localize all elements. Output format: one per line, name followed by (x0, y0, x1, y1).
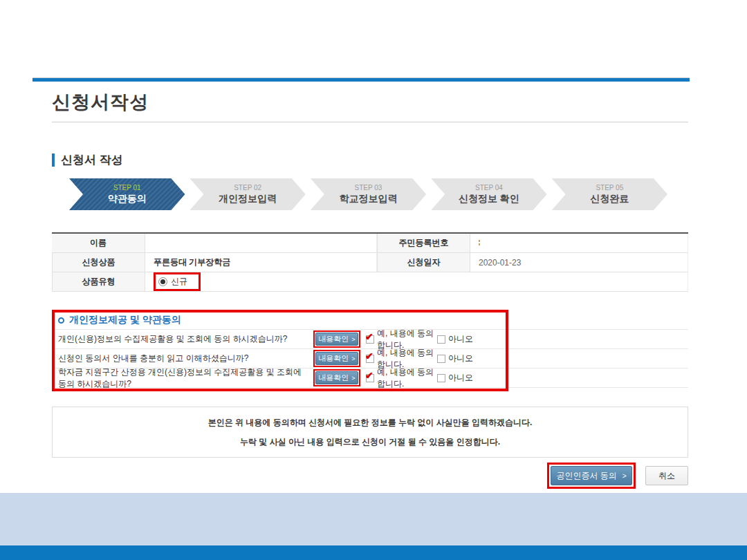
view-terms-button[interactable]: 내용확인 > (315, 352, 358, 365)
agreement-question: 학자금 지원구간 산정용 개인(신용)정보의 수집제공활용 및 조회에 동의 하… (58, 366, 311, 390)
disagree-checkbox-group[interactable]: 아니오 (437, 333, 473, 345)
agree-label: 예, 내용에 동의합니다. (377, 366, 437, 390)
button-label: 내용확인 (318, 334, 349, 344)
check-icon: ✔ (365, 331, 374, 342)
resident-number-label: 주민등록번호 (377, 234, 470, 253)
disagree-checkbox-group[interactable]: 아니오 (437, 372, 473, 384)
title-underline (52, 122, 688, 122)
agree-checkbox[interactable]: ✔ (366, 355, 374, 363)
step-2-personal-info: STEP 02 개인정보입력 (190, 178, 305, 210)
step-label: 약관동의 (108, 193, 147, 205)
resident-number-value (470, 234, 688, 253)
step-number: STEP 04 (475, 184, 503, 193)
radio-label: 신규 (171, 276, 187, 288)
agreement-question: 개인(신용)정보의 수집제공활용 및 조회에 동의 하시겠습니까? (58, 333, 311, 345)
annotation-box-submit: 공인인증서 동의 > (547, 463, 636, 489)
check-icon: ✔ (365, 370, 374, 381)
agree-checkbox-group[interactable]: ✔ 예, 내용에 동의합니다. (366, 366, 437, 390)
action-buttons: 공인인증서 동의 > 취소 (52, 463, 688, 489)
step-label: 신청완료 (590, 193, 629, 205)
page-title: 신청서작성 (52, 90, 149, 115)
section-header: 신청서 작성 (52, 152, 123, 168)
agreement-row: 학자금 지원구간 산정용 개인(신용)정보의 수집제공활용 및 조회에 동의 하… (52, 368, 688, 388)
header-divider (33, 77, 690, 82)
masked-value (479, 240, 480, 247)
disagree-checkbox[interactable] (437, 374, 445, 382)
step-indicator: STEP 01 약관동의 STEP 02 개인정보입력 STEP 03 학교정보… (69, 178, 667, 210)
section-accent-bar (52, 153, 55, 167)
apply-date-value: 2020-01-23 (470, 253, 688, 272)
step-3-school-info: STEP 03 학교정보입력 (311, 178, 426, 210)
disagree-label: 아니오 (448, 372, 473, 384)
disagree-checkbox[interactable] (437, 335, 445, 344)
agree-checkbox[interactable]: ✔ (366, 374, 374, 382)
view-terms-button[interactable]: 내용확인 > (315, 333, 358, 346)
footer-band (0, 493, 747, 545)
notice-line: 본인은 위 내용에 동의하며 신청서에 필요한 정보를 누락 없이 사실만을 입… (208, 417, 533, 429)
step-number: STEP 01 (113, 184, 141, 193)
view-terms-button[interactable]: 내용확인 > (315, 371, 358, 384)
disagree-label: 아니오 (448, 333, 473, 345)
step-label: 신청정보 확인 (459, 193, 519, 205)
annotation-box-confirm: 내용확인 > (313, 350, 360, 367)
step-1-terms-agreement: STEP 01 약관동의 (69, 178, 185, 210)
product-label: 신청상품 (52, 253, 145, 272)
agree-checkbox[interactable]: ✔ (366, 335, 374, 344)
step-number: STEP 02 (234, 184, 261, 193)
annotation-box-radio: 신규 (154, 272, 201, 291)
step-number: STEP 03 (355, 184, 382, 193)
arrow-right-icon: > (351, 355, 355, 362)
notice-line: 누락 및 사실 아닌 내용 입력으로 신청이 거절 될 수 있음을 인정합니다. (240, 436, 500, 448)
step-label: 개인정보입력 (219, 193, 277, 205)
step-label: 학교정보입력 (340, 193, 398, 205)
step-number: STEP 05 (596, 184, 623, 193)
disagree-checkbox[interactable] (437, 355, 445, 363)
button-label: 공인인증서 동의 (556, 470, 616, 482)
certificate-agree-button[interactable]: 공인인증서 동의 > (551, 466, 632, 485)
bullet-icon (58, 317, 64, 324)
apply-date-label: 신청일자 (377, 253, 470, 272)
arrow-right-icon: > (622, 472, 627, 480)
footer-bar (0, 545, 747, 560)
applicant-info-table: 이름 주민등록번호 신청상품 푸른등대 기부장학금 신청일자 2020-01-2… (52, 232, 688, 292)
button-label: 내용확인 (318, 353, 349, 364)
step-5-complete: STEP 05 신청완료 (552, 178, 667, 210)
disagree-label: 아니오 (448, 353, 473, 364)
new-product-radio[interactable] (158, 277, 167, 286)
agreement-section: 개인정보제공 및 약관동의 개인(신용)정보의 수집제공활용 및 조회에 동의 … (52, 311, 688, 388)
annotation-box-confirm: 내용확인 > (313, 369, 360, 386)
step-4-confirm-info: STEP 04 신청정보 확인 (431, 178, 546, 210)
product-type-value: 신규 (145, 272, 688, 292)
arrow-right-icon: > (351, 336, 355, 343)
cancel-button[interactable]: 취소 (645, 466, 688, 485)
annotation-box-confirm: 내용확인 > (313, 330, 360, 348)
disagree-checkbox-group[interactable]: 아니오 (437, 353, 473, 364)
name-value (145, 234, 377, 253)
application-form-page: 신청서작성 신청서 작성 STEP 01 약관동의 STEP 02 개인정보입력… (0, 0, 747, 560)
name-label: 이름 (52, 234, 145, 253)
section-title: 신청서 작성 (61, 152, 123, 168)
arrow-right-icon: > (351, 375, 355, 382)
agreement-title: 개인정보제공 및 약관동의 (69, 314, 181, 326)
product-type-label: 상품유형 (52, 272, 145, 292)
product-value: 푸른등대 기부장학금 (145, 253, 377, 272)
check-icon: ✔ (365, 351, 374, 362)
agreement-question: 신청인 동의서 안내를 충분히 읽고 이해하셨습니까? (58, 353, 311, 364)
button-label: 내용확인 (318, 373, 349, 383)
notice-box: 본인은 위 내용에 동의하며 신청서에 필요한 정보를 누락 없이 사실만을 입… (52, 407, 688, 458)
